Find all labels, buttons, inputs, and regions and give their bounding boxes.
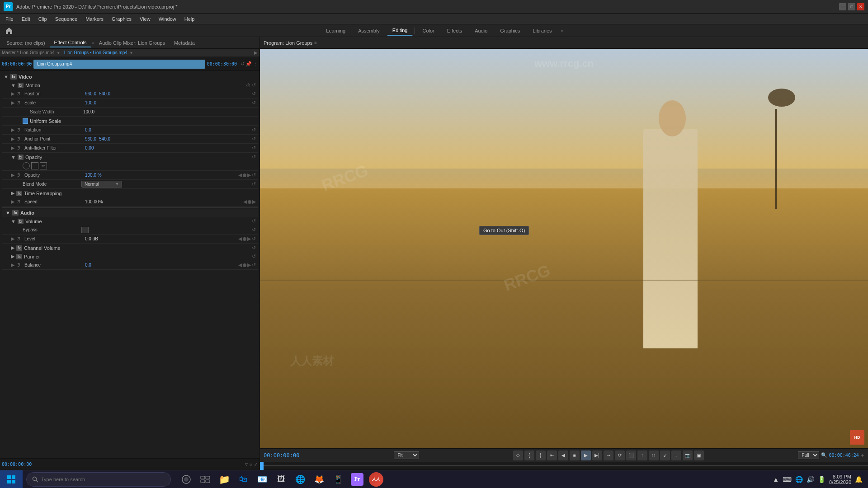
quality-dropdown[interactable]: Full 1/2 1/4 bbox=[798, 451, 819, 459]
tray-up-arrow[interactable]: ▲ bbox=[773, 476, 779, 483]
menu-view[interactable]: View bbox=[136, 15, 154, 23]
tab-learning[interactable]: Learning bbox=[321, 26, 351, 35]
opacity-header[interactable]: ▼ fx Opacity ↺ bbox=[2, 153, 258, 161]
add-button[interactable]: + bbox=[861, 452, 864, 459]
extract-btn[interactable]: ↑↑ bbox=[649, 450, 659, 460]
more-tabs-button[interactable]: » bbox=[559, 26, 566, 35]
antiflicker-value[interactable]: 0.00 bbox=[85, 145, 94, 150]
speed-value[interactable]: 100.00% bbox=[85, 199, 103, 204]
tab-color[interactable]: Color bbox=[417, 26, 439, 35]
taskbar-taskview-icon[interactable] bbox=[197, 471, 213, 488]
menu-graphics[interactable]: Graphics bbox=[108, 15, 135, 23]
scrubber-playhead[interactable] bbox=[260, 462, 264, 470]
menu-help[interactable]: Help bbox=[181, 15, 198, 23]
export-frame-btn[interactable]: 📷 bbox=[683, 450, 693, 460]
taskbar-edge-icon[interactable]: 🌐 bbox=[292, 471, 308, 488]
antiflicker-reset-icon[interactable]: ↺ bbox=[252, 145, 256, 151]
pen-mask-btn[interactable]: ✏ bbox=[40, 162, 47, 169]
speed-toggle[interactable]: ▶ bbox=[11, 199, 16, 205]
tab-assembly[interactable]: Assembly bbox=[353, 26, 385, 35]
go-to-out-btn[interactable]: ⇥ Go to Out (Shift-O) bbox=[604, 450, 613, 460]
ec-filter-icon[interactable]: ▽ bbox=[245, 462, 248, 467]
close-button[interactable]: ✕ bbox=[857, 3, 864, 10]
volume-header[interactable]: ▼ fx Volume ↺ bbox=[2, 217, 258, 225]
motion-header[interactable]: ▼ fx Motion ⏱ ↺ bbox=[2, 81, 258, 89]
tab-metadata[interactable]: Metadata bbox=[170, 39, 199, 47]
fit-dropdown[interactable]: Fit 25% 50% 75% 100% bbox=[394, 451, 419, 459]
opacity-kf-next[interactable]: ▶ bbox=[247, 172, 251, 178]
play-button-small[interactable]: ▶ bbox=[254, 50, 258, 55]
anchor-stopwatch[interactable]: ⏱ bbox=[16, 136, 23, 141]
panner-reset-icon[interactable]: ↺ bbox=[252, 253, 256, 259]
channel-volume-header[interactable]: ▶ fx Channel Volume ↺ bbox=[2, 244, 258, 252]
tab-editing[interactable]: Editing bbox=[387, 26, 413, 36]
blend-reset-icon[interactable]: ↺ bbox=[252, 181, 256, 187]
opacity-kf-icon[interactable]: ◀ bbox=[238, 172, 242, 178]
position-x[interactable]: 960.0 bbox=[85, 91, 96, 96]
play-btn[interactable]: ▶ bbox=[581, 450, 591, 460]
step-fwd-btn[interactable]: ▶| bbox=[592, 450, 602, 460]
rect-mask-btn[interactable] bbox=[31, 162, 38, 169]
circle-mask-btn[interactable] bbox=[23, 162, 30, 169]
step-back-btn[interactable]: ◀ bbox=[558, 450, 568, 460]
ec-clip-bar[interactable]: Lion Groups.mp4 bbox=[33, 60, 205, 69]
taskbar-cortana-icon[interactable] bbox=[178, 471, 194, 488]
volume-reset[interactable]: ↺ bbox=[252, 218, 256, 224]
blend-mode-dropdown[interactable]: Normal ▼ bbox=[81, 181, 122, 188]
menu-file[interactable]: File bbox=[2, 15, 17, 23]
stop-btn[interactable]: ■ bbox=[570, 450, 580, 460]
tray-volume-icon[interactable]: 🔊 bbox=[807, 476, 814, 483]
tab-libraries[interactable]: Libraries bbox=[527, 26, 557, 35]
ec-pin[interactable]: 📌 bbox=[245, 61, 252, 67]
tab-audio-clip-mixer[interactable]: Audio Clip Mixer: Lion Groups bbox=[94, 39, 170, 47]
program-scrubber[interactable] bbox=[260, 462, 868, 470]
menu-sequence[interactable]: Sequence bbox=[52, 15, 81, 23]
balance-reset-icon[interactable]: ↺ bbox=[252, 262, 256, 268]
taskbar-mail-icon[interactable]: 📧 bbox=[254, 471, 270, 488]
video-section-header[interactable]: ▼ fx Video bbox=[2, 73, 258, 81]
position-reset-icon[interactable]: ↺ bbox=[252, 91, 256, 97]
ec-filter[interactable]: ⋮ bbox=[253, 61, 258, 67]
rotation-toggle[interactable]: ▶ bbox=[11, 127, 16, 133]
level-toggle[interactable]: ▶ bbox=[11, 236, 16, 242]
zoom-tool[interactable]: 🔍 bbox=[821, 452, 827, 458]
antiflicker-stopwatch[interactable]: ⏱ bbox=[16, 145, 23, 150]
balance-kf-next[interactable]: ▶ bbox=[247, 262, 251, 268]
mark-out-btn[interactable]: } bbox=[536, 450, 546, 460]
start-button[interactable] bbox=[0, 470, 23, 488]
tab-graphics[interactable]: Graphics bbox=[495, 26, 525, 35]
opacity-toggle[interactable]: ▶ bbox=[11, 172, 16, 178]
anchor-toggle[interactable]: ▶ bbox=[11, 136, 16, 142]
anchor-reset-icon[interactable]: ↺ bbox=[252, 136, 256, 142]
bypass-reset-icon[interactable]: ↺ bbox=[252, 227, 256, 233]
loop-btn[interactable]: ⟳ bbox=[615, 450, 625, 460]
menu-window[interactable]: Window bbox=[155, 15, 180, 23]
render-btn[interactable]: ⬛ bbox=[626, 450, 636, 460]
opacity-reset-val[interactable]: ↺ bbox=[252, 172, 256, 178]
taskbar-phone-icon[interactable]: 📱 bbox=[330, 471, 346, 488]
overwrite-btn[interactable]: ↓ bbox=[671, 450, 681, 460]
position-y[interactable]: 540.0 bbox=[99, 91, 110, 96]
insert-btn[interactable]: ↙ bbox=[660, 450, 670, 460]
menu-edit[interactable]: Edit bbox=[18, 15, 34, 23]
motion-reset-icon[interactable]: ↺ bbox=[252, 82, 256, 88]
chvol-reset-icon[interactable]: ↺ bbox=[252, 245, 256, 251]
uniform-scale-check[interactable]: Uniform Scale bbox=[23, 118, 61, 124]
balance-toggle[interactable]: ▶ bbox=[11, 262, 16, 268]
maximize-button[interactable]: □ bbox=[848, 3, 855, 10]
level-reset-icon[interactable]: ↺ bbox=[252, 236, 256, 242]
ec-expand-icon[interactable]: ⤢ bbox=[254, 462, 258, 467]
taskbar-store-icon[interactable]: 🛍 bbox=[235, 471, 251, 488]
taskbar-firefox-icon[interactable]: 🦊 bbox=[311, 471, 327, 488]
balance-stopwatch[interactable]: ⏱ bbox=[16, 263, 23, 267]
menu-clip[interactable]: Clip bbox=[35, 15, 51, 23]
position-stopwatch[interactable]: ⏱ bbox=[16, 91, 23, 96]
taskbar-explorer-icon[interactable]: 📁 bbox=[216, 471, 232, 488]
clip-dropdown-icon[interactable]: ▼ bbox=[129, 51, 133, 55]
motion-stopwatch[interactable]: ⏱ bbox=[246, 83, 251, 88]
tray-notification-icon[interactable]: 🔔 bbox=[855, 476, 863, 483]
speed-kf-next[interactable]: ▶ bbox=[252, 199, 256, 205]
scale-stopwatch[interactable]: ⏱ bbox=[16, 100, 23, 105]
speed-stopwatch[interactable]: ⏱ bbox=[16, 199, 23, 204]
balance-kf-prev[interactable]: ◀ bbox=[238, 262, 242, 268]
